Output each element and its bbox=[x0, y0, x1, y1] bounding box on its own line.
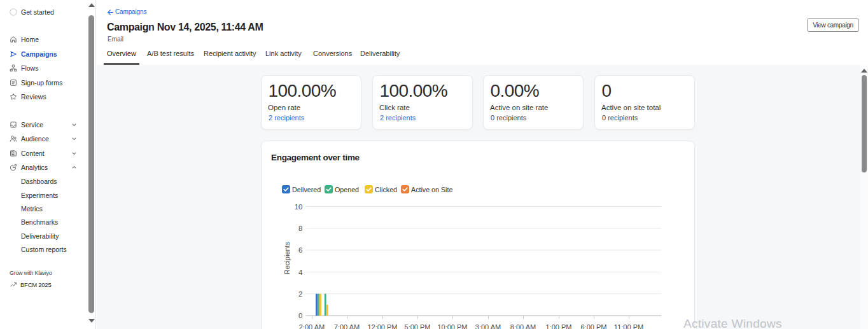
svg-text:12:00 PM: 12:00 PM bbox=[367, 323, 397, 329]
svg-text:3:00 AM: 3:00 AM bbox=[475, 323, 501, 329]
svg-text:6:00 PM: 6:00 PM bbox=[581, 323, 607, 329]
svg-text:1:00 PM: 1:00 PM bbox=[546, 323, 572, 329]
svg-text:10:00 PM: 10:00 PM bbox=[437, 323, 467, 329]
svg-text:8:00 AM: 8:00 AM bbox=[510, 323, 536, 329]
svg-text:10: 10 bbox=[295, 203, 303, 211]
svg-text:Recipients: Recipients bbox=[283, 241, 291, 274]
svg-text:7:00 AM: 7:00 AM bbox=[334, 323, 360, 329]
svg-text:2: 2 bbox=[298, 290, 302, 298]
svg-text:8: 8 bbox=[298, 225, 302, 232]
svg-text:0: 0 bbox=[298, 312, 302, 319]
svg-text:6: 6 bbox=[298, 246, 302, 254]
svg-text:4: 4 bbox=[298, 269, 303, 276]
svg-text:5:00 PM: 5:00 PM bbox=[405, 323, 431, 329]
svg-text:2:00 AM: 2:00 AM bbox=[299, 323, 325, 329]
svg-text:11:00 PM: 11:00 PM bbox=[614, 323, 643, 329]
